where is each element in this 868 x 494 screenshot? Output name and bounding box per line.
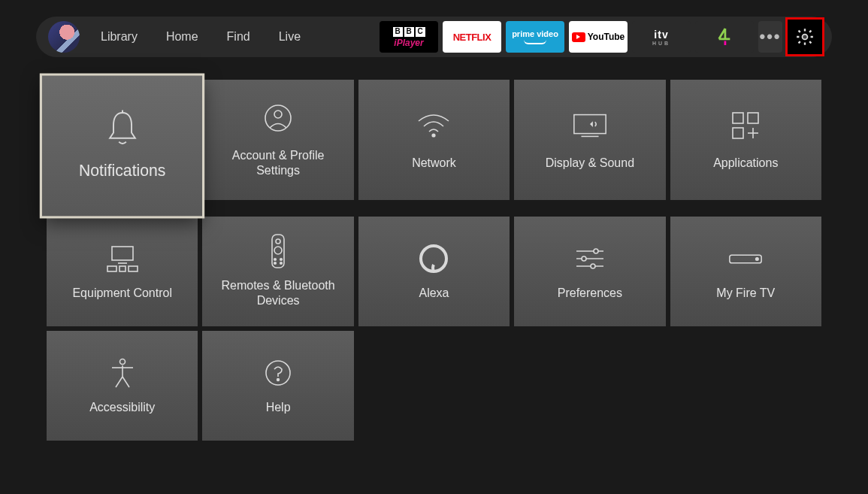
svg-rect-8 <box>748 113 758 123</box>
tile-equipment-control[interactable]: Equipment Control <box>47 217 198 326</box>
svg-point-21 <box>280 259 283 261</box>
svg-rect-5 <box>574 115 606 134</box>
tile-applications[interactable]: Applications <box>670 80 821 200</box>
settings-button[interactable] <box>788 20 821 53</box>
svg-line-36 <box>116 377 122 387</box>
tile-label: Alexa <box>410 286 458 301</box>
wifi-icon <box>415 109 452 142</box>
svg-point-32 <box>756 258 758 260</box>
svg-rect-9 <box>733 128 743 138</box>
app-more-button[interactable]: ••• <box>758 21 782 53</box>
tile-label: Account & Profile Settings <box>202 148 353 178</box>
gear-icon <box>795 27 815 47</box>
svg-point-19 <box>274 247 282 254</box>
svg-point-23 <box>280 262 283 265</box>
svg-point-3 <box>274 111 282 118</box>
app-itv-hub[interactable]: itvHUB <box>632 21 691 53</box>
tile-account-profile[interactable]: Account & Profile Settings <box>202 80 353 200</box>
nav-home[interactable]: Home <box>166 30 198 44</box>
alexa-icon <box>415 242 452 275</box>
tv-sound-icon <box>571 109 609 142</box>
tile-label: Applications <box>704 156 787 171</box>
svg-point-33 <box>119 359 125 365</box>
svg-point-28 <box>582 256 586 261</box>
svg-point-39 <box>277 379 280 381</box>
remote-icon <box>259 235 297 268</box>
tile-help[interactable]: Help <box>202 331 353 441</box>
device-icon <box>727 242 764 275</box>
top-nav-bar: Library Home Find Live BBC iPlayer NETFL… <box>36 17 832 57</box>
svg-point-18 <box>276 239 280 244</box>
svg-point-22 <box>274 262 277 265</box>
svg-point-30 <box>591 264 595 268</box>
tile-label: Notifications <box>69 161 175 181</box>
svg-point-4 <box>433 134 436 137</box>
app-prime-video[interactable]: prime video <box>506 21 564 53</box>
sliders-icon <box>571 242 609 275</box>
tile-network[interactable]: Network <box>358 80 510 200</box>
nav-links: Library Home Find Live <box>101 30 301 44</box>
tile-label: My Fire TV <box>707 286 784 301</box>
tile-display-sound[interactable]: Display & Sound <box>514 80 665 200</box>
tile-remotes-bluetooth[interactable]: Remotes & Bluetooth Devices <box>202 217 353 326</box>
tile-label: Network <box>403 156 465 171</box>
accessibility-icon <box>104 356 141 389</box>
tile-preferences[interactable]: Preferences <box>514 217 665 326</box>
bell-icon <box>102 111 142 147</box>
svg-point-38 <box>266 361 290 385</box>
help-icon <box>259 356 297 389</box>
svg-rect-7 <box>733 113 743 123</box>
profile-avatar[interactable] <box>48 21 80 53</box>
tile-accessibility[interactable]: Accessibility <box>47 331 198 441</box>
tile-label: Display & Sound <box>537 156 643 171</box>
svg-point-26 <box>594 249 598 253</box>
nav-find[interactable]: Find <box>227 30 250 44</box>
svg-point-20 <box>274 259 277 261</box>
tile-label: Help <box>257 400 300 415</box>
tile-label: Accessibility <box>80 400 164 415</box>
tile-my-fire-tv[interactable]: My Fire TV <box>670 217 821 326</box>
user-icon <box>259 102 297 135</box>
svg-rect-12 <box>112 247 133 260</box>
settings-grid: Notifications Account & Profile Settings… <box>47 80 821 441</box>
equipment-icon <box>104 242 141 275</box>
nav-live[interactable]: Live <box>279 30 301 44</box>
app-netflix[interactable]: NETFLIX <box>443 21 501 53</box>
tile-label: Remotes & Bluetooth Devices <box>202 278 353 308</box>
settings-button-highlight <box>785 17 824 56</box>
tile-notifications[interactable]: Notifications <box>42 76 202 217</box>
svg-point-0 <box>803 35 808 40</box>
app-shortcuts: BBC iPlayer NETFLIX prime video YouTube … <box>380 21 782 53</box>
app-youtube[interactable]: YouTube <box>569 21 628 53</box>
tile-label: Equipment Control <box>63 286 181 301</box>
svg-rect-16 <box>119 266 126 271</box>
app-bbc-iplayer[interactable]: BBC iPlayer <box>380 21 438 53</box>
svg-line-37 <box>122 377 129 387</box>
tile-label: Preferences <box>549 286 631 301</box>
svg-rect-14 <box>107 266 116 271</box>
nav-library[interactable]: Library <box>101 30 138 44</box>
tile-alexa[interactable]: Alexa <box>358 217 510 326</box>
svg-rect-15 <box>129 266 138 271</box>
app-channel4[interactable] <box>695 21 754 53</box>
apps-icon <box>727 109 764 142</box>
